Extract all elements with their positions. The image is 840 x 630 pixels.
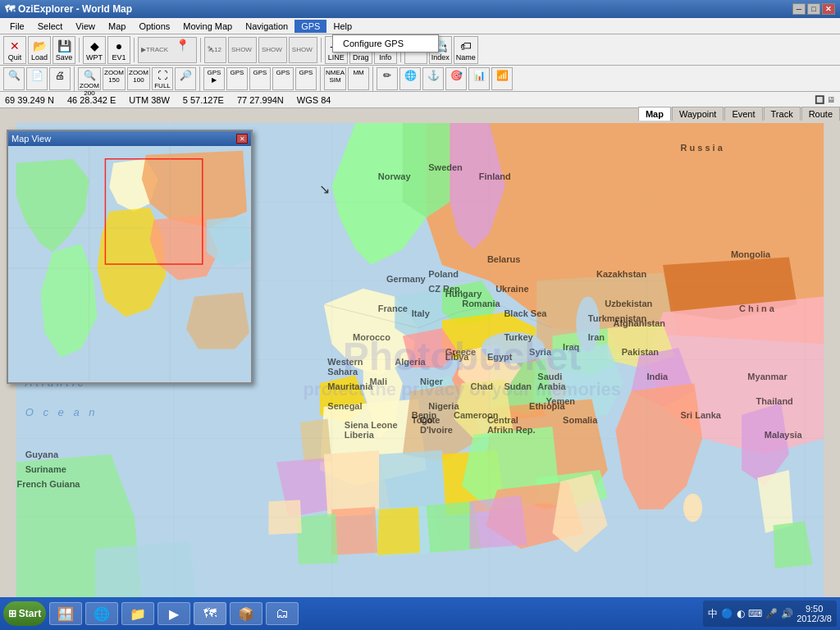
tb2-search-icon: 🔍 [8, 69, 21, 82]
show-group2: SHOW [258, 37, 287, 63]
taskbar-item-media[interactable]: ▶ [158, 602, 190, 625]
coord-utm: UTM 38W [129, 95, 170, 105]
tab-track[interactable]: Track [764, 107, 801, 121]
toolbar2-sep2 [199, 66, 200, 91]
menu-file[interactable]: File [3, 20, 31, 33]
menu-view[interactable]: View [69, 20, 102, 33]
save-icon: 💾 [57, 39, 71, 53]
mm-label: MM [353, 69, 363, 76]
toolbar-separator4 [321, 38, 322, 62]
mm-button[interactable]: MM [348, 67, 369, 90]
taskbar-item-ie[interactable]: 🌐 [85, 602, 118, 625]
signal-button[interactable]: 📶 [491, 67, 513, 90]
coord-icons: 🔲 🖥 [815, 95, 835, 104]
coord-grid: 5 57.127E [183, 95, 224, 105]
tb2-print-button[interactable]: 🖨 [49, 67, 71, 90]
clock-time: 9:50 [797, 604, 832, 614]
zoomfull-label: FULL [154, 82, 171, 89]
taskbar-item-explorer[interactable]: 📁 [121, 602, 154, 625]
tb2-doc-icon: 📄 [31, 69, 43, 82]
quit-label: Quit [8, 53, 22, 62]
titlebar: 🗺 OziExplorer - World Map ─ □ ✕ [0, 0, 840, 18]
show-label: SHOW [231, 46, 252, 53]
tray-kb-icon[interactable]: ⌨ [748, 608, 762, 619]
menu-options[interactable]: Options [132, 20, 176, 33]
zoom200-button[interactable]: 🔍 ZOOM200 [78, 67, 101, 90]
coord-datum: WGS 84 [297, 95, 331, 105]
target-button[interactable]: 🎯 [445, 67, 467, 90]
pencil-button[interactable]: ✏ [377, 67, 398, 90]
zoomfull-icon: ⛶ [158, 69, 167, 82]
track-button[interactable]: 📍 [171, 36, 194, 64]
zoomfull-button[interactable]: ⛶ FULL [152, 67, 173, 90]
ev1-label: EV1 [112, 53, 126, 62]
load-button[interactable]: 📂 Load [28, 36, 51, 64]
map-container[interactable]: R u s s i a Norway Sweden Finland Poland… [0, 123, 840, 610]
menu-map[interactable]: Map [102, 20, 132, 33]
name-button[interactable]: 🏷 Name [454, 36, 478, 64]
show-group3: SHOW [289, 37, 317, 63]
zoom100-button[interactable]: ZOOM100 [127, 67, 150, 90]
chart-button[interactable]: 📊 [468, 67, 490, 90]
gps-num-label: 🛰12 [208, 46, 221, 53]
load-label: Load [31, 53, 48, 62]
save-button[interactable]: 💾 Save [52, 36, 75, 64]
zoom-button[interactable]: 🔎 [175, 67, 196, 90]
gps-rec-button[interactable]: GPS▶ [203, 67, 225, 90]
tray-half-icon[interactable]: ◐ [737, 608, 745, 619]
zoom150-button[interactable]: ZOOM150 [103, 67, 126, 90]
menu-select[interactable]: Select [31, 20, 70, 33]
nmea-button[interactable]: NMEASIM [324, 67, 346, 90]
menu-help[interactable]: Help [326, 20, 358, 33]
toolbar-separator3 [200, 38, 201, 62]
taskbar-item-windows[interactable]: 🪟 [49, 602, 82, 625]
tab-map[interactable]: Map [638, 107, 671, 121]
tab-route[interactable]: Route [801, 107, 840, 121]
taskbar-item-app1[interactable]: 📦 [230, 602, 262, 625]
pencil-icon: ✏ [383, 69, 391, 82]
tray-cn-icon[interactable]: 中 [708, 607, 718, 621]
titlebar-left: 🗺 OziExplorer - World Map [5, 3, 132, 15]
taskbar-item-ozi[interactable]: 🗺 [194, 602, 226, 625]
globe-button[interactable]: 🌐 [399, 67, 421, 90]
map-view-content[interactable] [8, 146, 251, 382]
target-icon: 🎯 [450, 69, 463, 82]
tab-waypoint[interactable]: Waypoint [672, 107, 724, 121]
menu-movingmap[interactable]: Moving Map [176, 20, 239, 33]
configure-gps-item[interactable]: Configure GPS [333, 35, 438, 52]
anchor-button[interactable]: ⚓ [422, 67, 444, 90]
ev1-button[interactable]: ● EV1 [107, 36, 130, 64]
tray-dot-icon[interactable]: 🔵 [721, 608, 733, 619]
gps3-button[interactable]: GPS [249, 67, 271, 90]
gps2-button[interactable]: GPS [226, 67, 248, 90]
maximize-button[interactable]: □ [807, 3, 820, 15]
tray-vol-icon[interactable]: 🔊 [781, 608, 793, 619]
map-view-close-button[interactable]: ✕ [236, 134, 248, 144]
line-label: LINE [328, 53, 345, 62]
ev1-icon: ● [116, 39, 122, 53]
gps4-button[interactable]: GPS [272, 67, 294, 90]
start-button[interactable]: ⊞ Start [3, 601, 46, 626]
gps2-label: GPS [231, 69, 244, 76]
name-label: Name [456, 53, 476, 62]
taskbar-item-app2[interactable]: 🗂 [266, 602, 299, 625]
close-button[interactable]: ✕ [822, 3, 835, 15]
tray-mic-icon[interactable]: 🎤 [765, 608, 778, 619]
gps5-button[interactable]: GPS [295, 67, 317, 90]
start-icon: ⊞ [8, 608, 16, 619]
start-label: Start [19, 608, 41, 619]
gps-dropdown-menu: Configure GPS [332, 34, 439, 52]
wpt-button[interactable]: ◆ WPT [83, 36, 106, 64]
tabbar: Map Waypoint Event Track Route [638, 107, 840, 121]
clock-date: 2012/3/8 [797, 614, 832, 623]
menu-navigation[interactable]: Navigation [239, 20, 294, 33]
minimize-button[interactable]: ─ [792, 3, 806, 15]
quit-icon: ✕ [10, 39, 20, 53]
tab-event[interactable]: Event [724, 107, 762, 121]
tb2-search-button[interactable]: 🔍 [3, 67, 25, 90]
quit-button[interactable]: ✕ Quit [3, 36, 26, 64]
tb2-doc-button[interactable]: 📄 [26, 67, 48, 90]
map-view-title: Map View [11, 134, 51, 144]
toolbar2: 🔍 📄 🖨 🔍 ZOOM200 ZOOM150 ZOOM100 ⛶ FULL 🔎… [0, 66, 840, 92]
menu-gps[interactable]: GPS [294, 20, 326, 33]
